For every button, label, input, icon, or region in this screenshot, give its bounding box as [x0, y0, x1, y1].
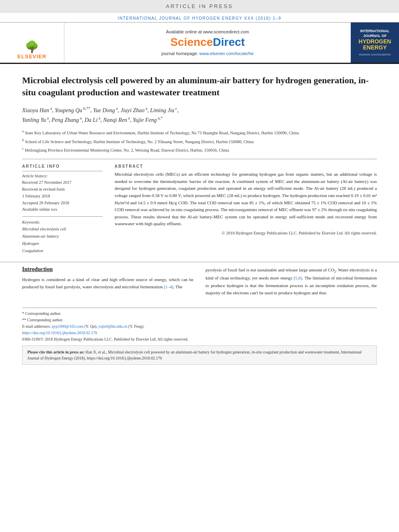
author-xiaoyu-han: Xiaoyu Han [22, 107, 49, 113]
keyword-4: Coagulation [22, 247, 103, 255]
email-link-1[interactable]: qyp1000@163.com [51, 324, 83, 329]
citation-text: Please cite this article in press as: Ha… [27, 349, 372, 361]
journal-header: International Journal of Hydrogen Energy… [0, 12, 399, 23]
issn-text: 0360-3199/© 2018 Hydrogen Energy Publica… [22, 337, 377, 341]
elsevier-tree-icon: 🌳 [25, 41, 39, 53]
article-info-heading: Article Info [22, 164, 103, 168]
footnote-corresponding-1: * Corresponding author. [22, 310, 377, 317]
affiliations: a State Key Laboratory of Urban Water Re… [22, 129, 377, 153]
he-logo-text-bottom: elsevier.com/locate/he [359, 53, 391, 56]
journal-homepage-label: journal homepage: www.elsevier.com/locat… [161, 51, 253, 56]
revised-date: 1 February 2018 [22, 193, 103, 200]
body-two-col: Introduction Hydrogen is considered as a… [22, 266, 377, 296]
received-date: Received 27 November 2017 [22, 179, 103, 186]
abstract-text: Microbial electrolysis cells (MECs) are … [115, 171, 377, 228]
intro-right: pyrolysis of fossil fuel is not sustaina… [206, 266, 377, 296]
footnote-doi: https://doi.org/10.1016/j.ijhydene.2018.… [22, 330, 377, 336]
footnotes-area: * Corresponding author. ** Corresponding… [22, 308, 377, 341]
sciencedirect-logo: ScienceDirect [170, 36, 245, 49]
author-peng-zhang: Peng Zhang [51, 117, 79, 123]
main-content: Microbial electrolysis cell powered by a… [0, 64, 399, 262]
article-info-abstract: Article Info Article history: Received 2… [22, 164, 377, 254]
author-yanling-yu: Yanling Yu [22, 117, 46, 123]
journal-homepage-link[interactable]: www.elsevier.com/locate/he [200, 51, 254, 56]
copyright-text: © 2018 Hydrogen Energy Publications LLC.… [115, 231, 377, 235]
intro-left: Introduction Hydrogen is considered as a… [22, 266, 193, 296]
author-jiayi-zhao: Jiayi Zhao [121, 107, 145, 113]
citation-label: Please cite this article in press as: [27, 350, 86, 354]
keyword-1: Microbial electrolysis cell [22, 226, 103, 233]
author-youpeng-qu: Youpeng Qu [55, 107, 82, 113]
affiliation-c: c Heilongjiang Province Environmental Mo… [22, 146, 377, 153]
elsevier-brand: ELSEVIER [17, 53, 46, 60]
center-header: Available online at www.sciencedirect.co… [64, 23, 351, 63]
author-yujie-feng: Yujie Feng [133, 117, 157, 123]
body-content: Introduction Hydrogen is considered as a… [0, 262, 399, 304]
author-nanqi-ren: Nanqi Ren [103, 117, 128, 123]
divider-1 [22, 159, 377, 159]
doi-link[interactable]: https://doi.org/10.1016/j.ijhydene.2018.… [22, 331, 97, 335]
available-online: Available online at www.sciencedirect.co… [166, 29, 249, 34]
footnote-corresponding-2: ** Corresponding author. [22, 317, 377, 323]
accepted-date: Accepted 26 February 2018 [22, 200, 103, 207]
available-online: Available online xxx [22, 206, 103, 213]
email-link-2[interactable]: yujief@hit.edu.cn [99, 324, 128, 329]
keywords-list: Microbial electrolysis cell Aluminum-air… [22, 226, 103, 254]
received-revised-label: Received in revised form [22, 186, 103, 193]
he-logo-text-top: INTERNATIONAL JOURNAL OF [354, 29, 396, 38]
article-history-label: Article history: [22, 174, 103, 178]
article-in-press-text: Article in Press [166, 3, 233, 9]
page: Article in Press International Journal o… [0, 0, 399, 532]
author-liming-jia: Liming Jia [150, 107, 174, 113]
elsevier-logo-area: 🌳 ELSEVIER [0, 23, 64, 63]
abstract-col: Abstract Microbial electrolysis cells (M… [115, 164, 377, 254]
hydrogen-energy-logo: INTERNATIONAL JOURNAL OF HYDROGENENERGY … [351, 23, 399, 63]
keywords-label: Keywords: [22, 220, 103, 224]
affiliation-b: b School of Life Science and Technology,… [22, 138, 377, 145]
author-yue-dong: Yue Dong [93, 107, 115, 113]
introduction-heading: Introduction [22, 266, 193, 273]
article-in-press-banner: Article in Press [0, 0, 399, 12]
footnote-email: E-mail addresses: qyp1000@163.com (Y. Qu… [22, 323, 377, 330]
intro-left-text: Hydrogen is considered as a kind of clea… [22, 276, 193, 290]
journal-name: International Journal of Hydrogen Energy… [118, 16, 281, 21]
citation-box: Please cite this article in press as: Ha… [22, 345, 377, 365]
intro-right-text: pyrolysis of fossil fuel is not sustaina… [206, 266, 377, 296]
article-title: Microbial electrolysis cell powered by a… [22, 74, 377, 98]
abstract-heading: Abstract [115, 164, 377, 168]
top-header: 🌳 ELSEVIER Available online at www.scien… [0, 23, 399, 64]
affiliation-a: a State Key Laboratory of Urban Water Re… [22, 129, 377, 136]
author-da-li: Da Li [84, 117, 97, 123]
article-info-col: Article Info Article history: Received 2… [22, 164, 103, 254]
authors: Xiaoyu Han a, Youpeng Qu b,**, Yue Dong … [22, 105, 377, 125]
keyword-3: Hydrogen [22, 240, 103, 247]
keyword-2: Aluminum-air battery [22, 233, 103, 240]
he-logo-title: HYDROGENENERGY [359, 39, 391, 51]
